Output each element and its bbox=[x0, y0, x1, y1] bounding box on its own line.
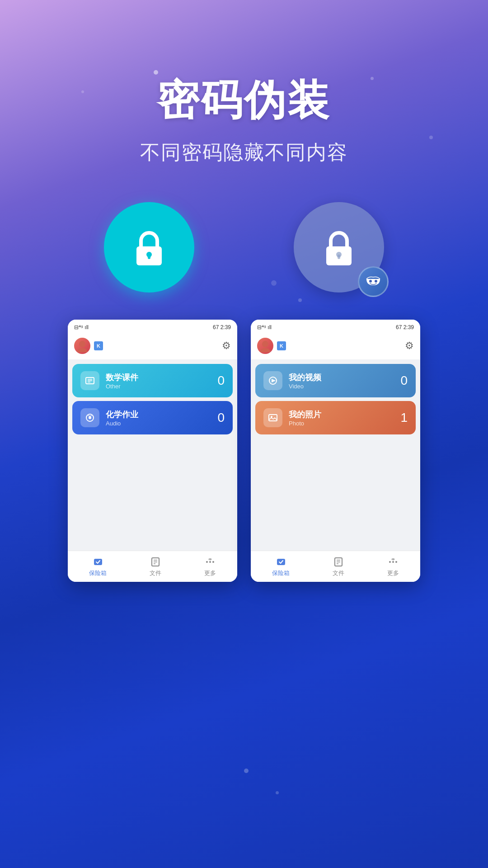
svg-point-8 bbox=[79, 341, 85, 347]
avatar-icon-right bbox=[259, 340, 272, 352]
svg-rect-5 bbox=[338, 255, 340, 259]
right-card-2-sub: Photo bbox=[289, 420, 321, 427]
right-card-1[interactable]: 我的视频 Video 0 bbox=[255, 364, 416, 397]
right-bottom-nav: 保险箱 文件 更多 bbox=[251, 551, 420, 582]
svg-rect-30 bbox=[277, 559, 285, 565]
right-avatar bbox=[257, 338, 273, 354]
safe-icon-right bbox=[276, 557, 286, 567]
left-avatar bbox=[74, 338, 90, 354]
file-icon-right bbox=[333, 557, 344, 567]
left-card-1-left: 数学课件 Other bbox=[80, 371, 138, 390]
left-card-1-icon bbox=[80, 371, 99, 390]
left-card-2-text: 化学作业 Audio bbox=[106, 409, 138, 427]
svg-rect-28 bbox=[269, 415, 277, 421]
right-settings-icon[interactable]: ⚙ bbox=[405, 340, 414, 352]
phones-row: ⊟⁴ᵍ ıll 67 2:39 K ⚙ bbox=[0, 320, 488, 582]
more-icon-right bbox=[388, 557, 399, 567]
more-icon-left bbox=[205, 557, 216, 567]
right-card-1-name: 我的视频 bbox=[289, 372, 321, 383]
left-phone-screen: ⊟⁴ᵍ ıll 67 2:39 K ⚙ bbox=[68, 320, 237, 582]
left-nav-more-label: 更多 bbox=[204, 569, 216, 577]
photo-icon bbox=[268, 413, 278, 423]
left-carrier: ⊟⁴ᵍ ıll bbox=[74, 324, 89, 330]
lock-icon-normal bbox=[127, 225, 172, 270]
right-card-2-name: 我的照片 bbox=[289, 409, 321, 420]
svg-marker-27 bbox=[272, 379, 276, 382]
right-card-1-left: 我的视频 Video bbox=[263, 371, 321, 390]
left-card-1-name: 数学课件 bbox=[106, 372, 138, 383]
svg-point-35 bbox=[389, 561, 391, 563]
left-nav-file-label: 文件 bbox=[150, 569, 161, 577]
left-cards-area: 数学课件 Other 0 bbox=[68, 359, 237, 551]
left-card-1-count: 0 bbox=[217, 373, 225, 388]
audio-icon bbox=[85, 413, 95, 423]
svg-point-7 bbox=[375, 280, 377, 283]
left-settings-icon[interactable]: ⚙ bbox=[222, 340, 231, 352]
right-phone-header: K ⚙ bbox=[251, 333, 420, 359]
right-status-right: 67 2:39 bbox=[396, 324, 414, 330]
left-phone-header: K ⚙ bbox=[68, 333, 237, 359]
left-card-1[interactable]: 数学课件 Other 0 bbox=[72, 364, 233, 397]
lock-icon-disguise bbox=[316, 225, 361, 270]
svg-point-15 bbox=[89, 416, 91, 419]
right-card-2-text: 我的照片 Photo bbox=[289, 409, 321, 427]
right-status-bar: ⊟⁴ᵍ ıll 67 2:39 bbox=[251, 320, 420, 333]
right-card-2-count: 1 bbox=[400, 410, 408, 425]
right-card-1-count: 0 bbox=[400, 373, 408, 388]
left-card-1-sub: Other bbox=[106, 383, 138, 390]
file-icon-left bbox=[150, 557, 161, 567]
right-battery-time: 67 2:39 bbox=[396, 324, 414, 330]
left-status-bar: ⊟⁴ᵍ ıll 67 2:39 bbox=[68, 320, 237, 333]
safe-icon-left bbox=[93, 557, 103, 567]
right-status-left: ⊟⁴ᵍ ıll bbox=[257, 324, 272, 330]
left-avatar-row: K bbox=[74, 338, 103, 354]
top-section: 密码伪装 不同密码隐藏不同内容 bbox=[0, 0, 488, 292]
left-card-2[interactable]: 化学作业 Audio 0 bbox=[72, 401, 233, 434]
left-card-2-sub: Audio bbox=[106, 420, 138, 427]
right-card-2-left: 我的照片 Photo bbox=[263, 408, 321, 427]
svg-point-36 bbox=[392, 561, 394, 563]
right-carrier: ⊟⁴ᵍ ıll bbox=[257, 324, 272, 330]
left-status-left: ⊟⁴ᵍ ıll bbox=[74, 324, 89, 330]
bottom-text: 33144 Other bbox=[9, 660, 45, 668]
right-nav-more[interactable]: 更多 bbox=[387, 557, 399, 577]
right-card-1-sub: Video bbox=[289, 383, 321, 390]
right-nav-file-label: 文件 bbox=[333, 569, 344, 577]
page-title: 密码伪装 bbox=[0, 72, 488, 128]
left-nav-file[interactable]: 文件 bbox=[150, 557, 161, 577]
deco-dot-6 bbox=[298, 298, 302, 302]
right-cards-area: 我的视频 Video 0 bbox=[251, 359, 420, 551]
svg-point-25 bbox=[260, 348, 270, 352]
right-card-2[interactable]: 我的照片 Photo 1 bbox=[255, 401, 416, 434]
left-battery-time: 67 2:39 bbox=[213, 324, 231, 330]
left-nav-safe-label: 保险箱 bbox=[89, 569, 107, 577]
right-phone-screen: ⊟⁴ᵍ ıll 67 2:39 K ⚙ bbox=[251, 320, 420, 582]
right-nav-file[interactable]: 文件 bbox=[333, 557, 344, 577]
right-card-2-icon bbox=[263, 408, 282, 427]
left-card-2-left: 化学作业 Audio bbox=[80, 408, 138, 427]
left-status-right: 67 2:39 bbox=[213, 324, 231, 330]
normal-lock-circle bbox=[104, 202, 194, 292]
mask-badge bbox=[358, 266, 389, 297]
svg-point-9 bbox=[77, 348, 87, 352]
left-nav-safe[interactable]: 保险箱 bbox=[89, 557, 107, 577]
left-avatar-k: K bbox=[94, 341, 103, 350]
right-nav-safe[interactable]: 保险箱 bbox=[272, 557, 290, 577]
right-card-1-icon bbox=[263, 371, 282, 390]
left-nav-more[interactable]: 更多 bbox=[204, 557, 216, 577]
mask-icon bbox=[365, 275, 382, 288]
right-card-1-text: 我的视频 Video bbox=[289, 372, 321, 390]
svg-rect-16 bbox=[94, 559, 102, 565]
svg-point-22 bbox=[209, 561, 211, 563]
other-icon bbox=[85, 376, 95, 386]
svg-point-6 bbox=[369, 280, 372, 283]
left-bottom-nav: 保险箱 文件 更多 bbox=[68, 551, 237, 582]
svg-point-24 bbox=[262, 341, 268, 347]
svg-point-37 bbox=[395, 561, 397, 563]
svg-point-21 bbox=[206, 561, 208, 563]
right-avatar-row: K bbox=[257, 338, 286, 354]
svg-point-23 bbox=[212, 561, 214, 563]
deco-dot-8 bbox=[276, 791, 279, 794]
bottom-section: 33144 Other bbox=[0, 582, 488, 672]
left-card-2-icon bbox=[80, 408, 99, 427]
